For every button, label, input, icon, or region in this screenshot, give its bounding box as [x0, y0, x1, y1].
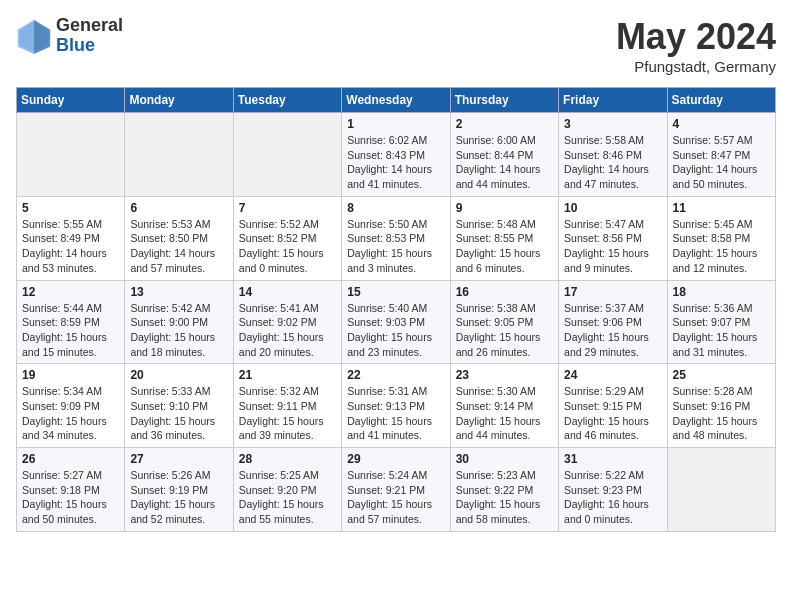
day-info: Sunrise: 5:44 AMSunset: 8:59 PMDaylight:… — [22, 301, 119, 360]
day-number: 21 — [239, 368, 336, 382]
calendar-cell: 24Sunrise: 5:29 AMSunset: 9:15 PMDayligh… — [559, 364, 667, 448]
logo-icon — [16, 18, 52, 54]
day-info: Sunrise: 5:53 AMSunset: 8:50 PMDaylight:… — [130, 217, 227, 276]
svg-marker-1 — [34, 20, 50, 54]
day-info: Sunrise: 5:34 AMSunset: 9:09 PMDaylight:… — [22, 384, 119, 443]
title-block: May 2024 Pfungstadt, Germany — [616, 16, 776, 75]
calendar-cell: 10Sunrise: 5:47 AMSunset: 8:56 PMDayligh… — [559, 196, 667, 280]
calendar-cell: 17Sunrise: 5:37 AMSunset: 9:06 PMDayligh… — [559, 280, 667, 364]
calendar-cell — [17, 113, 125, 197]
logo-text: General Blue — [56, 16, 123, 56]
month-year-title: May 2024 — [616, 16, 776, 58]
day-number: 8 — [347, 201, 444, 215]
day-number: 22 — [347, 368, 444, 382]
day-number: 24 — [564, 368, 661, 382]
day-info: Sunrise: 6:02 AMSunset: 8:43 PMDaylight:… — [347, 133, 444, 192]
calendar-cell: 22Sunrise: 5:31 AMSunset: 9:13 PMDayligh… — [342, 364, 450, 448]
day-number: 2 — [456, 117, 553, 131]
day-number: 17 — [564, 285, 661, 299]
day-info: Sunrise: 5:55 AMSunset: 8:49 PMDaylight:… — [22, 217, 119, 276]
calendar-cell: 28Sunrise: 5:25 AMSunset: 9:20 PMDayligh… — [233, 448, 341, 532]
calendar-cell — [667, 448, 775, 532]
day-number: 30 — [456, 452, 553, 466]
day-info: Sunrise: 5:23 AMSunset: 9:22 PMDaylight:… — [456, 468, 553, 527]
day-number: 7 — [239, 201, 336, 215]
day-info: Sunrise: 5:26 AMSunset: 9:19 PMDaylight:… — [130, 468, 227, 527]
day-info: Sunrise: 5:42 AMSunset: 9:00 PMDaylight:… — [130, 301, 227, 360]
calendar-cell: 13Sunrise: 5:42 AMSunset: 9:00 PMDayligh… — [125, 280, 233, 364]
calendar-week-row: 12Sunrise: 5:44 AMSunset: 8:59 PMDayligh… — [17, 280, 776, 364]
day-number: 26 — [22, 452, 119, 466]
logo-blue: Blue — [56, 36, 123, 56]
day-info: Sunrise: 5:40 AMSunset: 9:03 PMDaylight:… — [347, 301, 444, 360]
day-info: Sunrise: 5:37 AMSunset: 9:06 PMDaylight:… — [564, 301, 661, 360]
calendar-cell: 23Sunrise: 5:30 AMSunset: 9:14 PMDayligh… — [450, 364, 558, 448]
calendar-cell: 21Sunrise: 5:32 AMSunset: 9:11 PMDayligh… — [233, 364, 341, 448]
day-number: 20 — [130, 368, 227, 382]
calendar-cell: 4Sunrise: 5:57 AMSunset: 8:47 PMDaylight… — [667, 113, 775, 197]
day-info: Sunrise: 5:24 AMSunset: 9:21 PMDaylight:… — [347, 468, 444, 527]
location-subtitle: Pfungstadt, Germany — [616, 58, 776, 75]
calendar-cell — [233, 113, 341, 197]
calendar-cell: 14Sunrise: 5:41 AMSunset: 9:02 PMDayligh… — [233, 280, 341, 364]
weekday-header: Wednesday — [342, 88, 450, 113]
day-info: Sunrise: 5:38 AMSunset: 9:05 PMDaylight:… — [456, 301, 553, 360]
day-info: Sunrise: 5:47 AMSunset: 8:56 PMDaylight:… — [564, 217, 661, 276]
day-number: 16 — [456, 285, 553, 299]
calendar-cell: 16Sunrise: 5:38 AMSunset: 9:05 PMDayligh… — [450, 280, 558, 364]
weekday-header: Saturday — [667, 88, 775, 113]
day-number: 1 — [347, 117, 444, 131]
calendar-cell: 31Sunrise: 5:22 AMSunset: 9:23 PMDayligh… — [559, 448, 667, 532]
calendar-week-row: 26Sunrise: 5:27 AMSunset: 9:18 PMDayligh… — [17, 448, 776, 532]
calendar-week-row: 5Sunrise: 5:55 AMSunset: 8:49 PMDaylight… — [17, 196, 776, 280]
calendar-cell: 8Sunrise: 5:50 AMSunset: 8:53 PMDaylight… — [342, 196, 450, 280]
calendar-cell: 6Sunrise: 5:53 AMSunset: 8:50 PMDaylight… — [125, 196, 233, 280]
calendar-cell: 5Sunrise: 5:55 AMSunset: 8:49 PMDaylight… — [17, 196, 125, 280]
weekday-header: Thursday — [450, 88, 558, 113]
svg-marker-2 — [18, 20, 34, 54]
calendar-cell: 29Sunrise: 5:24 AMSunset: 9:21 PMDayligh… — [342, 448, 450, 532]
calendar-cell: 15Sunrise: 5:40 AMSunset: 9:03 PMDayligh… — [342, 280, 450, 364]
calendar-cell: 25Sunrise: 5:28 AMSunset: 9:16 PMDayligh… — [667, 364, 775, 448]
logo: General Blue — [16, 16, 123, 56]
calendar-week-row: 19Sunrise: 5:34 AMSunset: 9:09 PMDayligh… — [17, 364, 776, 448]
day-number: 11 — [673, 201, 770, 215]
day-info: Sunrise: 5:25 AMSunset: 9:20 PMDaylight:… — [239, 468, 336, 527]
calendar-week-row: 1Sunrise: 6:02 AMSunset: 8:43 PMDaylight… — [17, 113, 776, 197]
day-info: Sunrise: 5:48 AMSunset: 8:55 PMDaylight:… — [456, 217, 553, 276]
calendar-table: SundayMondayTuesdayWednesdayThursdayFrid… — [16, 87, 776, 532]
day-number: 13 — [130, 285, 227, 299]
day-number: 28 — [239, 452, 336, 466]
calendar-cell: 26Sunrise: 5:27 AMSunset: 9:18 PMDayligh… — [17, 448, 125, 532]
day-number: 23 — [456, 368, 553, 382]
day-number: 18 — [673, 285, 770, 299]
day-number: 25 — [673, 368, 770, 382]
weekday-header: Tuesday — [233, 88, 341, 113]
day-info: Sunrise: 5:58 AMSunset: 8:46 PMDaylight:… — [564, 133, 661, 192]
day-info: Sunrise: 5:32 AMSunset: 9:11 PMDaylight:… — [239, 384, 336, 443]
day-number: 27 — [130, 452, 227, 466]
day-number: 12 — [22, 285, 119, 299]
calendar-cell: 18Sunrise: 5:36 AMSunset: 9:07 PMDayligh… — [667, 280, 775, 364]
day-info: Sunrise: 5:29 AMSunset: 9:15 PMDaylight:… — [564, 384, 661, 443]
day-info: Sunrise: 5:50 AMSunset: 8:53 PMDaylight:… — [347, 217, 444, 276]
day-info: Sunrise: 5:52 AMSunset: 8:52 PMDaylight:… — [239, 217, 336, 276]
day-number: 3 — [564, 117, 661, 131]
day-info: Sunrise: 5:57 AMSunset: 8:47 PMDaylight:… — [673, 133, 770, 192]
day-number: 10 — [564, 201, 661, 215]
calendar-cell: 2Sunrise: 6:00 AMSunset: 8:44 PMDaylight… — [450, 113, 558, 197]
day-number: 19 — [22, 368, 119, 382]
page-header: General Blue May 2024 Pfungstadt, German… — [16, 16, 776, 75]
day-info: Sunrise: 5:36 AMSunset: 9:07 PMDaylight:… — [673, 301, 770, 360]
calendar-cell: 3Sunrise: 5:58 AMSunset: 8:46 PMDaylight… — [559, 113, 667, 197]
day-info: Sunrise: 5:45 AMSunset: 8:58 PMDaylight:… — [673, 217, 770, 276]
day-info: Sunrise: 5:41 AMSunset: 9:02 PMDaylight:… — [239, 301, 336, 360]
day-info: Sunrise: 5:31 AMSunset: 9:13 PMDaylight:… — [347, 384, 444, 443]
calendar-cell: 30Sunrise: 5:23 AMSunset: 9:22 PMDayligh… — [450, 448, 558, 532]
day-info: Sunrise: 5:28 AMSunset: 9:16 PMDaylight:… — [673, 384, 770, 443]
day-number: 9 — [456, 201, 553, 215]
calendar-cell: 7Sunrise: 5:52 AMSunset: 8:52 PMDaylight… — [233, 196, 341, 280]
day-info: Sunrise: 5:30 AMSunset: 9:14 PMDaylight:… — [456, 384, 553, 443]
day-number: 31 — [564, 452, 661, 466]
calendar-cell: 19Sunrise: 5:34 AMSunset: 9:09 PMDayligh… — [17, 364, 125, 448]
